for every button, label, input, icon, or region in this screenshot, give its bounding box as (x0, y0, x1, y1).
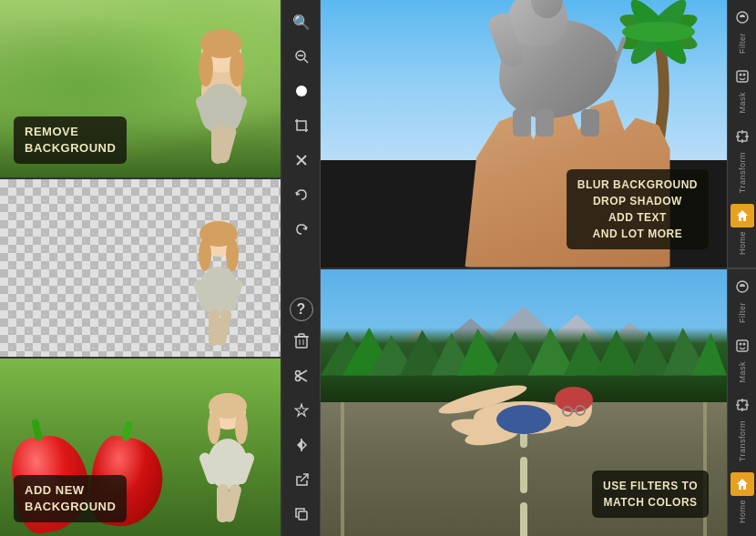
svg-point-53 (622, 22, 695, 42)
svg-point-75 (555, 387, 593, 412)
add-bg-badge: ADD NEW BACKGROUND (14, 475, 127, 522)
add-background-panel[interactable]: ADD NEW BACKGROUND (0, 359, 281, 536)
girl-on-background-figure (182, 386, 273, 536)
road-edge-left (341, 402, 344, 536)
zoom-out-icon[interactable] (287, 42, 316, 71)
home-top-icon[interactable] (730, 204, 754, 228)
delete-icon[interactable] (287, 327, 316, 356)
filter-top-icon[interactable] (730, 5, 754, 29)
svg-rect-36 (299, 334, 304, 337)
elephant-head (508, 0, 567, 46)
swimmer-figure (433, 368, 615, 450)
svg-point-95 (739, 342, 741, 345)
copy-icon[interactable] (287, 500, 316, 529)
transform-top-icon[interactable] (730, 125, 754, 148)
right-sidebar: Filter Mask Transform Home Filter Mask T… (727, 0, 756, 536)
filter-bottom-icon[interactable] (730, 275, 754, 298)
svg-point-21 (208, 411, 220, 444)
home-bottom-label: Home (738, 500, 747, 523)
svg-marker-102 (737, 479, 748, 490)
elephant-leg-fr (536, 109, 554, 137)
remove-background-panel[interactable]: REMOVE BACKGROUND (0, 0, 281, 179)
girl-running-figure-1 (171, 18, 271, 177)
center-toolbar: 🔍 ? (282, 0, 321, 536)
right-area: BLUR BACKGROUND DROP SHADOW ADD TEXT AND… (321, 0, 727, 536)
transform-top-label: Transform (738, 152, 747, 193)
svg-point-86 (742, 74, 745, 76)
filter-top-label: Filter (738, 33, 747, 54)
road-line-3 (520, 502, 527, 536)
crop-icon[interactable] (287, 111, 316, 140)
transform-bottom-icon[interactable] (730, 393, 754, 417)
svg-line-47 (301, 474, 308, 481)
svg-line-42 (300, 378, 307, 382)
svg-point-3 (199, 50, 213, 86)
svg-point-82 (496, 405, 551, 434)
left-panel: REMOVE BACKGROUND (0, 0, 282, 536)
elephant-leg-fl (513, 109, 531, 137)
elephant-ear (531, 0, 563, 18)
circle-tool-icon[interactable] (287, 76, 316, 106)
redo-icon[interactable] (287, 215, 316, 244)
svg-rect-48 (299, 511, 307, 520)
swimmer-scene-panel[interactable]: USE FILTERS TO MATCH COLORS (321, 269, 727, 537)
filter-bottom-label: Filter (738, 302, 747, 323)
transform-bottom-label: Transform (738, 420, 747, 461)
svg-rect-34 (296, 337, 307, 348)
elephant-scene-panel[interactable]: BLUR BACKGROUND DROP SHADOW ADD TEXT AND… (321, 0, 727, 269)
share-icon[interactable] (287, 465, 316, 494)
svg-point-31 (296, 86, 307, 96)
zoom-in-icon[interactable]: 🔍 (287, 7, 316, 36)
mask-bottom-label: Mask (738, 361, 747, 383)
mask-top-icon[interactable] (730, 65, 754, 88)
home-top-label: Home (738, 231, 747, 255)
undo-icon[interactable] (287, 180, 316, 209)
elephant-figure (499, 18, 618, 118)
close-icon[interactable] (287, 146, 316, 175)
right-sidebar-top: Filter Mask Transform Home (728, 0, 756, 268)
svg-point-85 (739, 74, 741, 76)
swimmer-scene-container: USE FILTERS TO MATCH COLORS (321, 269, 727, 537)
svg-point-13 (226, 238, 239, 271)
svg-marker-92 (737, 210, 748, 221)
svg-line-41 (300, 370, 307, 375)
home-bottom-icon[interactable] (730, 472, 754, 496)
blur-shadow-badge: BLUR BACKGROUND DROP SHADOW ADD TEXT AND… (567, 169, 709, 249)
elephant-body (499, 18, 618, 118)
help-icon[interactable]: ? (290, 298, 313, 321)
flip-icon[interactable] (287, 430, 316, 460)
elephant-leg-rl (581, 109, 599, 137)
svg-point-22 (235, 411, 248, 444)
svg-point-96 (742, 342, 745, 345)
cutout-panel[interactable] (0, 179, 281, 359)
filters-match-badge: USE FILTERS TO MATCH COLORS (592, 470, 709, 518)
svg-point-12 (199, 238, 211, 271)
road-line-2 (520, 457, 527, 493)
wand-icon[interactable] (287, 396, 316, 425)
svg-point-40 (295, 377, 300, 381)
svg-marker-46 (301, 440, 306, 450)
girl-cutout-figure (176, 211, 262, 357)
mask-bottom-icon[interactable] (730, 334, 754, 358)
scissors-icon[interactable] (287, 361, 316, 390)
svg-point-39 (295, 371, 300, 376)
svg-marker-43 (295, 404, 308, 416)
right-sidebar-bottom: Filter Mask Transform Home (728, 269, 756, 537)
remove-bg-badge: REMOVE BACKGROUND (14, 116, 127, 164)
mask-top-label: Mask (738, 92, 747, 114)
svg-line-30 (304, 59, 308, 63)
scene-container: BLUR BACKGROUND DROP SHADOW ADD TEXT AND… (321, 0, 727, 268)
svg-point-4 (230, 50, 244, 86)
